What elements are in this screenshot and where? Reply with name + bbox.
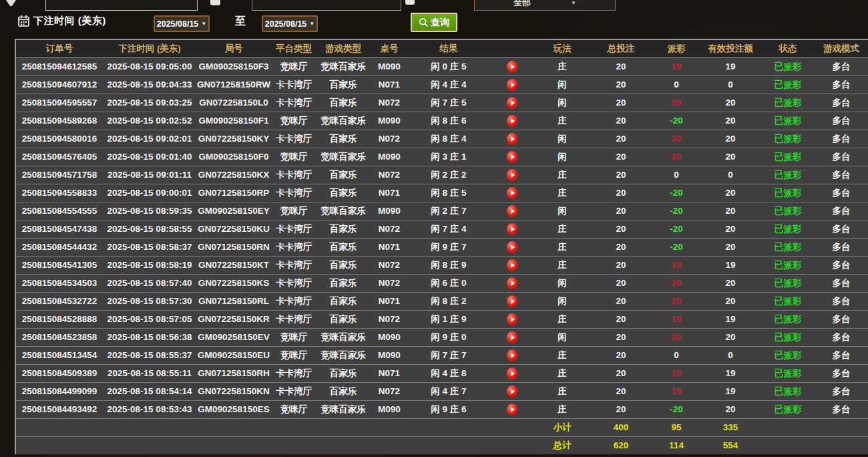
play-icon-cell xyxy=(489,112,535,130)
game-mode-cell: 多台 xyxy=(815,94,868,112)
game-type-cell: 百家乐 xyxy=(316,293,370,310)
play-icon-cell xyxy=(489,293,535,310)
play-video-icon[interactable] xyxy=(507,61,517,73)
table-row: 2508150945955572025-08-15 09:03:25GN0722… xyxy=(16,94,868,112)
play-video-icon[interactable] xyxy=(507,223,517,235)
game-type-cell: 竞咪百家乐 xyxy=(316,202,370,220)
order-no-cell: 250815094580016 xyxy=(16,130,103,148)
play-video-icon[interactable] xyxy=(507,331,517,343)
play-icon-cell xyxy=(489,76,535,94)
payout-cell: -20 xyxy=(653,220,700,238)
play-video-icon[interactable] xyxy=(507,277,517,289)
table-no-cell: N072 xyxy=(370,311,409,328)
grand-total-row-label: 总计 xyxy=(535,437,589,454)
game-mode-cell: 多台 xyxy=(815,311,868,328)
total-bet-cell: 20 xyxy=(589,347,653,364)
play-triangle-glyph xyxy=(511,335,515,340)
col-header: 总投注 xyxy=(589,40,653,57)
result-cell: 闲 8 庄 9 xyxy=(409,257,489,274)
game-mode-cell: 多台 xyxy=(815,329,868,346)
game-mode-cell: 多台 xyxy=(815,383,868,400)
play-cell: 庄 xyxy=(535,311,589,328)
table-row: 2508150845474382025-08-15 08:58:55GN0722… xyxy=(16,220,868,238)
total-bet-cell: 20 xyxy=(589,329,653,346)
table-no-cell: N072 xyxy=(370,257,409,274)
date-from-select[interactable]: 2025/08/15 ▼ xyxy=(154,15,210,32)
search-input-right[interactable] xyxy=(252,0,401,11)
play-video-icon[interactable] xyxy=(507,97,517,109)
platform-cell: 卡卡湾厅 xyxy=(271,220,316,238)
play-video-icon[interactable] xyxy=(507,313,517,325)
play-video-icon[interactable] xyxy=(507,187,517,199)
result-cell: 闲 4 庄 4 xyxy=(409,76,489,94)
result-cell: 闲 8 庄 6 xyxy=(409,112,489,130)
date-to-select[interactable]: 2025/08/15 ▼ xyxy=(262,15,318,32)
payout-cell: 19 xyxy=(653,383,700,400)
play-triangle-glyph xyxy=(511,389,515,394)
round-no-cell: GN071258150RH xyxy=(196,365,271,382)
payout-cell: -20 xyxy=(653,112,700,130)
play-icon-cell xyxy=(489,347,535,364)
play-video-icon[interactable] xyxy=(507,349,517,361)
play-video-icon[interactable] xyxy=(507,79,517,91)
play-video-icon[interactable] xyxy=(507,295,517,307)
play-video-icon[interactable] xyxy=(507,367,517,379)
play-video-icon[interactable] xyxy=(507,115,517,127)
result-cell: 闲 1 庄 9 xyxy=(409,311,489,328)
category-select[interactable]: 全部 ▼ xyxy=(474,0,616,11)
game-type-cell: 百家乐 xyxy=(316,94,370,112)
valid-bet-cell: 20 xyxy=(700,220,761,238)
result-cell: 闲 2 庄 7 xyxy=(409,202,489,220)
payout-cell: 0 xyxy=(653,347,700,364)
order-no-cell: 250815084532722 xyxy=(16,293,103,310)
play-cell: 庄 xyxy=(535,257,589,274)
search-input-left[interactable] xyxy=(45,0,198,11)
total-bet-cell: 20 xyxy=(589,220,653,238)
table-row: 2508150945892682025-08-15 09:02:52GM0902… xyxy=(16,112,868,130)
game-mode-cell: 多台 xyxy=(815,166,868,184)
col-header: 平台类型 xyxy=(271,40,316,57)
play-cell: 闲 xyxy=(535,148,589,166)
status-cell: 已派彩 xyxy=(761,239,815,256)
play-video-icon[interactable] xyxy=(507,404,517,416)
valid-bet-cell: 20 xyxy=(700,148,761,166)
bet-time-cell: 2025-08-15 08:55:37 xyxy=(103,347,196,364)
col-header: 状态 xyxy=(761,40,815,57)
total-bet-cell: 20 xyxy=(589,275,653,292)
play-cell: 闲 xyxy=(535,329,589,346)
table-row: 2508150845093892025-08-15 08:55:11GN0712… xyxy=(16,364,868,382)
result-cell: 闲 7 庄 7 xyxy=(409,347,489,364)
grand-total-row-valid-bet: 554 xyxy=(700,437,761,454)
play-video-icon[interactable] xyxy=(507,241,517,253)
play-triangle-glyph xyxy=(511,64,515,69)
query-button-label: 查询 xyxy=(431,17,449,29)
valid-bet-cell: 19 xyxy=(700,257,761,274)
game-mode-cell: 多台 xyxy=(815,293,868,310)
valid-bet-cell: 19 xyxy=(700,365,761,382)
play-video-icon[interactable] xyxy=(507,169,517,181)
round-no-cell: GM090258150EY xyxy=(196,202,271,220)
table-no-cell: N071 xyxy=(370,239,409,256)
game-mode-cell: 多台 xyxy=(815,148,868,166)
table-no-cell: N072 xyxy=(370,94,409,112)
play-video-icon[interactable] xyxy=(507,151,517,163)
play-video-icon[interactable] xyxy=(507,259,517,271)
play-icon-cell xyxy=(489,239,535,256)
result-cell: 闲 0 庄 5 xyxy=(409,58,489,75)
order-no-cell: 250815084547438 xyxy=(16,220,103,238)
payout-cell: 20 xyxy=(653,94,700,112)
status-cell: 已派彩 xyxy=(761,166,815,184)
query-button[interactable]: 查询 xyxy=(411,13,457,32)
play-cell: 庄 xyxy=(535,347,589,364)
table-row: 2508150945800162025-08-15 09:02:01GN0722… xyxy=(16,130,868,148)
table-row: 2508150844990992025-08-15 08:54:14GN0722… xyxy=(16,382,868,400)
game-type-cell: 百家乐 xyxy=(316,239,370,256)
payout-cell: -20 xyxy=(653,239,700,256)
payout-cell: 20 xyxy=(653,130,700,148)
table-no-cell: M090 xyxy=(370,401,409,418)
subtotal-row-payout: 95 xyxy=(653,419,700,436)
play-video-icon[interactable] xyxy=(507,205,517,217)
round-no-cell: GN071258150RN xyxy=(196,239,271,256)
play-video-icon[interactable] xyxy=(507,386,517,398)
play-video-icon[interactable] xyxy=(507,133,517,145)
